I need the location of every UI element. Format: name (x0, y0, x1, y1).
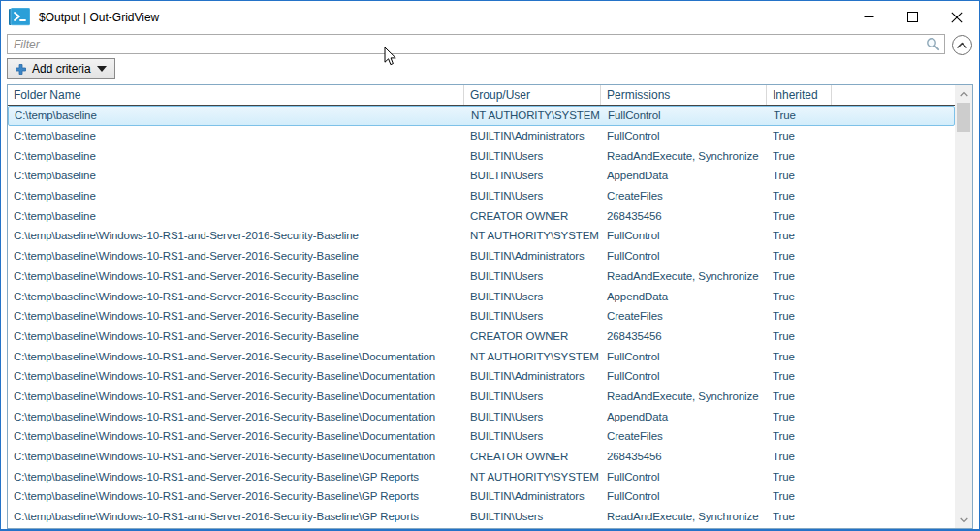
cell: True (767, 330, 832, 342)
maximize-icon (907, 12, 918, 22)
table-row[interactable]: C:\temp\baseline\Windows-10-RS1-and-Serv… (8, 466, 955, 486)
cell: True (767, 130, 832, 141)
table-row[interactable]: C:\temp\baseline\Windows-10-RS1-and-Serv… (8, 306, 955, 327)
cell: FullControl (601, 230, 767, 241)
cell: C:\temp\baseline\Windows-10-RS1-and-Serv… (8, 511, 464, 522)
scrollbar-thumb[interactable] (957, 103, 970, 132)
table-row[interactable]: C:\temp\baseline\Windows-10-RS1-and-Serv… (8, 507, 955, 527)
cell: C:\temp\baseline (8, 210, 464, 222)
table-row[interactable]: C:\temp\baseline\Windows-10-RS1-and-Serv… (8, 327, 955, 347)
cell: 268435456 (601, 330, 767, 342)
cell: NT AUTHORITY\SYSTEM (464, 230, 601, 241)
cell: BUILTIN\Users (464, 170, 601, 181)
cell: FullControl (601, 490, 767, 502)
column-header-1[interactable]: Group/User (464, 85, 601, 105)
cell: BUILTIN\Users (464, 390, 601, 402)
cell: C:\temp\baseline (8, 150, 464, 162)
collapse-criteria-button[interactable] (952, 35, 972, 55)
table-row[interactable]: C:\temp\baselineBUILTIN\UsersReadAndExec… (8, 145, 955, 166)
maximize-button[interactable] (891, 2, 934, 32)
table-row[interactable]: C:\temp\baseline\Windows-10-RS1-and-Serv… (8, 387, 955, 407)
scroll-down-button[interactable] (955, 512, 972, 528)
filter-input[interactable] (7, 34, 945, 54)
cell: True (767, 490, 832, 502)
column-header-0[interactable]: Folder Name (8, 85, 464, 105)
table-row[interactable]: C:\temp\baselineBUILTIN\AdministratorsFu… (8, 126, 955, 146)
table-row[interactable]: C:\temp\baseline\Windows-10-RS1-and-Serv… (8, 286, 955, 306)
cell: C:\temp\baseline (8, 170, 464, 181)
close-icon (951, 12, 963, 23)
table-row[interactable]: C:\temp\baseline\Windows-10-RS1-and-Serv… (8, 246, 955, 266)
cell: CREATOR OWNER (464, 330, 601, 342)
column-header-2[interactable]: Permissions (601, 85, 767, 105)
cell: True (767, 210, 832, 222)
table-row[interactable]: C:\temp\baseline\Windows-10-RS1-and-Serv… (8, 266, 955, 287)
caption-buttons (847, 2, 978, 32)
table-row[interactable]: C:\temp\baseline\Windows-10-RS1-and-Serv… (8, 366, 955, 387)
cell: True (767, 150, 832, 162)
cell: C:\temp\baseline\Windows-10-RS1-and-Serv… (8, 250, 464, 262)
cell: C:\temp\baseline\Windows-10-RS1-and-Serv… (8, 351, 464, 362)
add-criteria-button[interactable]: Add criteria (7, 58, 115, 79)
minimize-button[interactable] (847, 2, 891, 32)
caret-down-icon (97, 66, 107, 72)
table-row[interactable]: C:\temp\baseline\Windows-10-RS1-and-Serv… (8, 447, 955, 467)
cell: ReadAndExecute, Synchronize (601, 150, 767, 162)
filter-field-wrap (7, 34, 945, 54)
cell: C:\temp\baseline\Windows-10-RS1-and-Serv… (8, 330, 464, 342)
table-row[interactable]: C:\temp\baseline\Windows-10-RS1-and-Serv… (8, 406, 955, 426)
cell: FullControl (601, 351, 767, 362)
cell: C:\temp\baseline\Windows-10-RS1-and-Serv… (8, 471, 464, 483)
table-row[interactable]: C:\temp\baseline\Windows-10-RS1-and-Serv… (8, 486, 955, 507)
cell: BUILTIN\Users (464, 190, 601, 202)
cell: C:\temp\baseline\Windows-10-RS1-and-Serv… (8, 390, 464, 402)
table-row[interactable]: C:\temp\baselineBUILTIN\UsersAppendDataT… (8, 166, 955, 186)
cell: BUILTIN\Administrators (464, 370, 601, 382)
cell: CreateFiles (601, 190, 767, 202)
chevron-down-icon (960, 517, 968, 523)
cell: 268435456 (601, 210, 767, 222)
cell: AppendData (601, 170, 767, 181)
cell: True (767, 390, 832, 402)
window-title: $Output | Out-GridView (39, 11, 159, 24)
cell: NT AUTHORITY\SYSTEM (464, 351, 601, 362)
cell: C:\temp\baseline\Windows-10-RS1-and-Serv… (8, 230, 464, 241)
cell: ReadAndExecute, Synchronize (601, 511, 767, 522)
cell: C:\temp\baseline (8, 190, 464, 202)
cell: BUILTIN\Administrators (464, 250, 601, 262)
cell: C:\temp\baseline\Windows-10-RS1-and-Serv… (8, 291, 464, 302)
cell: C:\temp\baseline\Windows-10-RS1-and-Serv… (8, 451, 464, 462)
cell: AppendData (601, 291, 767, 302)
table-header: Folder NameGroup/UserPermissionsInherite… (8, 85, 955, 106)
cell: AppendData (601, 411, 767, 422)
table-row[interactable]: C:\temp\baseline\Windows-10-RS1-and-Serv… (8, 426, 955, 447)
vertical-scrollbar[interactable] (955, 85, 972, 528)
table-row[interactable]: C:\temp\baselineBUILTIN\UsersCreateFiles… (8, 186, 955, 206)
powershell-icon (9, 8, 30, 26)
cell: True (767, 230, 832, 241)
cell: BUILTIN\Users (464, 150, 601, 162)
cell: FullControl (601, 471, 767, 483)
cell: True (767, 471, 832, 483)
add-criteria-label: Add criteria (32, 62, 91, 76)
cell: BUILTIN\Users (464, 411, 601, 422)
table-row[interactable]: C:\temp\baselineCREATOR OWNER268435456Tr… (8, 205, 955, 226)
chevron-up-icon (957, 42, 967, 48)
cell: NT AUTHORITY\SYSTEM (465, 109, 602, 121)
close-button[interactable] (934, 2, 978, 32)
cell: FullControl (601, 250, 767, 262)
scrollbar-track[interactable] (955, 102, 972, 512)
results-grid: Folder NameGroup/UserPermissionsInherite… (7, 84, 973, 529)
cell: True (767, 451, 832, 462)
cell: True (767, 430, 832, 442)
plus-icon (16, 64, 26, 75)
cell: True (767, 250, 832, 262)
table-row[interactable]: C:\temp\baseline\Windows-10-RS1-and-Serv… (8, 346, 955, 366)
cell: CreateFiles (601, 310, 767, 322)
scroll-up-button[interactable] (955, 85, 972, 102)
table-row[interactable]: C:\temp\baselineNT AUTHORITY\SYSTEMFullC… (8, 106, 955, 126)
column-header-3[interactable]: Inherited (767, 85, 832, 105)
cell: BUILTIN\Users (464, 430, 601, 442)
table-row[interactable]: C:\temp\baseline\Windows-10-RS1-and-Serv… (8, 226, 955, 246)
cell: C:\temp\baseline\Windows-10-RS1-and-Serv… (8, 411, 464, 422)
